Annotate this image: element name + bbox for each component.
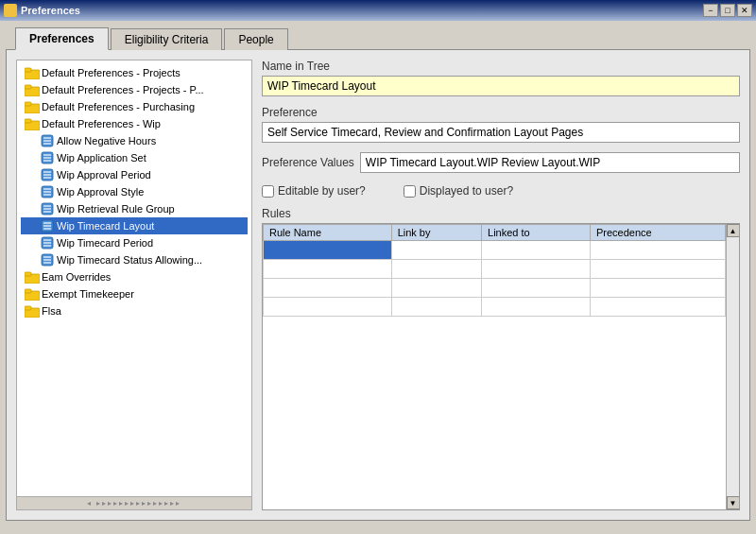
rules-label: Rules [262,207,740,220]
sub-item-icon [40,201,55,216]
window-controls: − □ ✕ [703,4,752,17]
app-icon [4,4,17,17]
tree-item[interactable]: Wip Timecard Status Allowing... [21,251,248,268]
folder-icon [25,65,40,80]
col-precedence: Precedence [590,225,725,241]
table-cell[interactable] [482,298,591,317]
table-cell[interactable] [590,279,725,298]
table-cell[interactable] [590,260,725,279]
tree-item[interactable]: Allow Negative Hours [21,132,248,149]
sub-item-icon [40,133,55,148]
tree-item-label: Wip Timecard Status Allowing... [57,254,202,266]
preference-group: Preference [262,106,740,143]
rules-table-container[interactable]: Rule Name Link by Linked to Precedence ▲ [262,223,740,510]
scroll-track[interactable] [727,237,739,496]
tree-item[interactable]: Flsa [21,302,248,319]
tree-item[interactable]: Default Preferences - Purchasing [21,98,248,115]
name-in-tree-group: Name in Tree [262,60,740,96]
folder-icon [25,116,40,131]
svg-rect-41 [25,272,31,276]
close-button[interactable]: ✕ [737,4,752,17]
name-in-tree-input[interactable] [262,76,740,96]
tab-eligibility[interactable]: Eligibility Criteria [111,28,223,50]
table-cell[interactable] [391,298,481,317]
preference-values-row: Preference Values [262,152,740,173]
tree-item-label: Exempt Timekeeper [42,288,134,300]
tree-item-label: Wip Retrieval Rule Group [57,203,175,215]
tree-item[interactable]: Wip Retrieval Rule Group [21,200,248,217]
editable-by-user-checkbox[interactable] [262,185,274,198]
scroll-up-button[interactable]: ▲ [727,224,740,237]
folder-icon [25,269,40,284]
folder-icon [25,99,40,114]
table-cell[interactable] [590,298,725,317]
table-row[interactable] [264,279,726,298]
svg-rect-5 [25,102,31,106]
tab-people[interactable]: People [224,28,287,50]
tree-item-label: Default Preferences - Projects [42,67,180,78]
tree-panel[interactable]: Default Preferences - Projects Default P… [16,60,252,510]
tree-item[interactable]: Default Preferences - Wip [21,115,248,132]
editable-by-user-item: Editable by user? [262,184,366,198]
tree-item[interactable]: Wip Approval Style [21,183,248,200]
vertical-scrollbar[interactable]: ▲ ▼ [726,224,739,509]
table-row[interactable] [264,260,726,279]
preference-input[interactable] [262,122,740,143]
svg-rect-43 [25,289,31,293]
minimize-button[interactable]: − [703,4,718,17]
tree-item[interactable]: Exempt Timekeeper [21,285,248,302]
table-cell[interactable] [391,279,481,298]
name-in-tree-label: Name in Tree [262,60,740,73]
table-cell[interactable] [482,260,591,279]
horizontal-scrollbar[interactable]: ◂ ▸▸▸▸▸▸▸▸▸▸▸▸▸▸▸ [17,496,251,509]
col-rule-name: Rule Name [264,225,392,241]
editable-by-user-label: Editable by user? [278,184,366,198]
tree-item-label: Default Preferences - Purchasing [42,101,195,112]
folder-icon [25,303,40,319]
table-cell[interactable] [391,241,481,260]
sub-item-icon [40,167,55,182]
table-cell[interactable] [391,260,481,279]
maximize-button[interactable]: □ [720,4,735,17]
content-area: Default Preferences - Projects Default P… [6,49,750,521]
table-row[interactable] [264,298,726,317]
tree-item-label: Wip Approval Period [57,169,151,181]
window-body: Preferences Eligibility Criteria People … [0,21,756,534]
table-cell[interactable] [482,241,591,260]
table-row[interactable] [264,241,726,260]
tree-item[interactable]: Default Preferences - Projects [21,64,248,81]
displayed-to-user-label: Displayed to user? [420,184,513,198]
table-cell[interactable] [264,260,392,279]
preference-values-label: Preference Values [262,156,354,169]
svg-rect-7 [25,119,31,123]
tree-item-label: Wip Timecard Period [57,237,153,249]
tree-item[interactable]: Wip Timecard Period [21,234,248,251]
tree-item-label: Default Preferences - Wip [42,118,161,129]
tree-item[interactable]: Wip Application Set [21,149,248,166]
tree-item-label: Wip Approval Style [57,186,144,198]
scroll-down-button[interactable]: ▼ [727,496,740,509]
table-cell[interactable] [590,241,725,260]
col-link-by: Link by [391,225,481,241]
tab-preferences[interactable]: Preferences [15,27,109,50]
table-cell[interactable] [482,279,591,298]
checkboxes-row: Editable by user? Displayed to user? [262,184,740,198]
tree-item[interactable]: Eam Overrides [21,268,248,285]
displayed-to-user-checkbox[interactable] [404,185,416,198]
tree-item-label: Flsa [42,305,61,317]
tree-item[interactable]: Wip Timecard Layout [21,217,248,234]
table-cell[interactable] [264,241,392,260]
svg-rect-45 [25,306,31,310]
tree-item[interactable]: Default Preferences - Projects - P... [21,81,248,98]
title-bar: Preferences − □ ✕ [0,0,756,21]
window-title: Preferences [21,5,80,16]
folder-icon [25,286,40,301]
sub-item-icon [40,184,55,199]
preference-label: Preference [262,106,740,119]
sub-item-icon [40,150,55,165]
preference-values-input[interactable] [360,152,740,173]
table-cell[interactable] [264,298,392,317]
table-cell[interactable] [264,279,392,298]
right-panel: Name in Tree Preference Preference Value… [262,60,740,510]
tree-item[interactable]: Wip Approval Period [21,166,248,183]
